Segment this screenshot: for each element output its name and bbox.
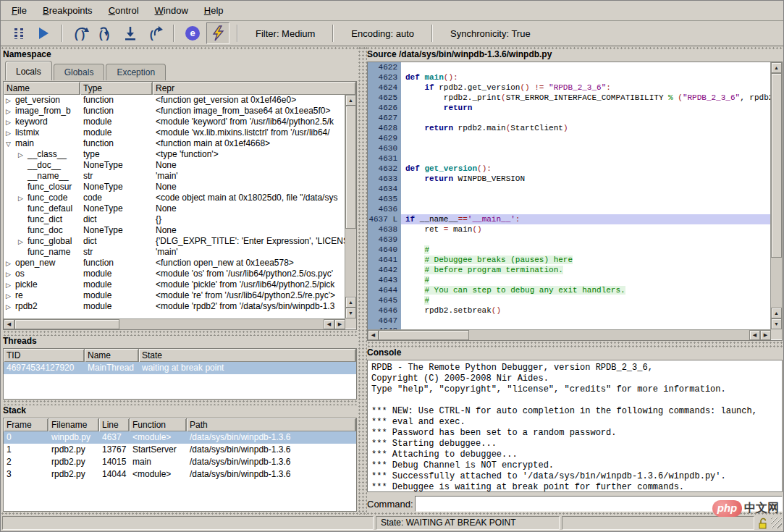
namespace-row[interactable]: ▷open_newfunction<function open_new at 0…	[4, 258, 345, 269]
line-number-gutter[interactable]: 4624	[368, 83, 401, 93]
column-header-name[interactable]: Name	[85, 349, 139, 362]
go-button[interactable]	[33, 23, 54, 43]
scrollbar-thumb[interactable]	[771, 73, 782, 258]
line-number-gutter[interactable]: 4625	[368, 93, 401, 103]
line-number-gutter[interactable]: 4629	[368, 133, 401, 143]
column-header-filename[interactable]: Filename	[49, 418, 99, 431]
line-number-gutter[interactable]: 4632	[368, 164, 401, 174]
namespace-vertical-scrollbar[interactable]: ▲ ▲ ▼	[345, 95, 356, 318]
step-button[interactable]: ()	[95, 23, 117, 43]
column-header-type[interactable]: Type	[80, 82, 153, 95]
namespace-row[interactable]: ▽mainfunction<function main at 0x1ef4668…	[4, 138, 345, 149]
line-number-gutter[interactable]: 4630	[368, 143, 401, 153]
break-button[interactable]	[8, 23, 30, 43]
menu-help[interactable]: Help	[196, 2, 232, 19]
namespace-row[interactable]: ▷func_codecode<code object main at 0x180…	[4, 193, 345, 203]
scrollbar-thumb[interactable]	[379, 330, 469, 340]
line-number-gutter[interactable]: 4638	[368, 224, 401, 235]
source-horizontal-scrollbar[interactable]: ◀ ◀ ▶	[368, 329, 771, 340]
expand-icon[interactable]: ▷	[6, 291, 15, 301]
scrollbar-thumb[interactable]	[345, 106, 356, 229]
scroll-left-arrow[interactable]: ◀	[4, 319, 14, 329]
scroll-up-arrow[interactable]: ▲	[345, 297, 356, 308]
line-number-gutter[interactable]: 4626	[368, 103, 401, 113]
scroll-right-arrow[interactable]: ▶	[334, 319, 345, 329]
scroll-up-arrow[interactable]: ▲	[771, 62, 782, 73]
stack-frame-row[interactable]: 2rpdb2.py14015main/data/sys/bin/winpdb-1…	[4, 456, 356, 468]
line-number-gutter[interactable]: 4640	[368, 245, 401, 255]
namespace-row[interactable]: ▷func_globaldict{'DLG_EXPR_TITLE': 'Ente…	[4, 236, 345, 247]
namespace-row[interactable]: ▷remodule<module 're' from '/usr/lib64/p…	[4, 290, 345, 301]
threads-table-body[interactable]: 46974534127920MainThreadwaiting at break…	[4, 362, 356, 399]
line-number-gutter[interactable]: 4639	[368, 235, 401, 245]
goto-button[interactable]	[119, 23, 141, 43]
namespace-row[interactable]: ▷osmodule<module 'os' from '/usr/lib64/p…	[4, 269, 345, 279]
expand-icon[interactable]: ▷	[6, 280, 15, 290]
line-number-gutter[interactable]: 4637 L	[368, 214, 401, 224]
column-header-name[interactable]: Name	[4, 82, 80, 95]
scroll-left-arrow[interactable]: ◀	[368, 330, 379, 340]
column-header-function[interactable]: Function	[130, 418, 187, 431]
expand-icon[interactable]: ▷	[6, 128, 15, 138]
menu-window[interactable]: Window	[147, 2, 196, 19]
expand-icon[interactable]: ▷	[18, 150, 28, 160]
source-code-area[interactable]: 46224623def main():4624 if rpdb2.get_ver…	[368, 62, 770, 329]
threads-stack-splitter[interactable]	[3, 400, 357, 405]
tab-locals[interactable]: Locals	[5, 61, 52, 80]
source-console-splitter[interactable]	[367, 341, 784, 347]
namespace-row[interactable]: ▷listmixmodule<module 'wx.lib.mixins.lis…	[4, 127, 345, 138]
column-header-frame[interactable]: Frame	[4, 418, 49, 431]
line-number-gutter[interactable]: 4644	[368, 285, 401, 295]
namespace-row[interactable]: ▷get_versionfunction<function get_versio…	[4, 95, 345, 106]
line-number-gutter[interactable]: 4628	[368, 123, 401, 133]
namespace-row[interactable]: ▷picklemodule<module 'pickle' from '/usr…	[4, 279, 345, 290]
namespace-horizontal-scrollbar[interactable]: ◀ ◀ ▶	[4, 318, 345, 329]
collapse-icon[interactable]: ▽	[6, 139, 15, 149]
column-header-tid[interactable]: TID	[4, 349, 85, 362]
expand-icon[interactable]: ▷	[6, 302, 15, 312]
expand-icon[interactable]: ▷	[6, 258, 15, 269]
next-button[interactable]: ()	[70, 23, 92, 43]
namespace-threads-splitter[interactable]	[3, 330, 357, 336]
line-number-gutter[interactable]: 4643	[368, 275, 401, 285]
resize-grip[interactable]	[771, 518, 782, 528]
line-number-gutter[interactable]: 4633	[368, 174, 401, 184]
scroll-down-arrow[interactable]: ▼	[345, 308, 356, 318]
expand-icon[interactable]: ▷	[6, 106, 15, 117]
stack-frame-row[interactable]: 3rpdb2.py14044<module>/data/sys/bin/winp…	[4, 468, 356, 481]
expand-icon[interactable]: ▷	[6, 117, 15, 127]
scroll-left-arrow[interactable]: ◀	[324, 319, 334, 329]
thread-row[interactable]: 46974534127920MainThreadwaiting at break…	[4, 362, 356, 374]
namespace-table-body[interactable]: ▷get_versionfunction<function get_versio…	[4, 95, 345, 318]
line-number-gutter[interactable]: 4636	[368, 204, 401, 214]
scrollbar-thumb[interactable]	[14, 319, 119, 329]
expand-icon[interactable]: ▷	[18, 193, 28, 203]
expand-icon[interactable]: ▷	[6, 96, 15, 106]
line-number-gutter[interactable]: 4631	[368, 153, 401, 164]
menu-control[interactable]: Control	[101, 2, 147, 19]
scroll-up-arrow[interactable]: ▲	[771, 308, 782, 318]
menu-breakpoints[interactable]: Breakpoints	[35, 2, 101, 19]
scroll-down-arrow[interactable]: ▼	[771, 318, 782, 329]
encrypted-channel-button[interactable]: e	[182, 23, 203, 43]
line-number-gutter[interactable]: 4627	[368, 113, 401, 123]
namespace-row[interactable]: func_namestr'main'	[4, 247, 345, 258]
column-header-line[interactable]: Line	[99, 418, 130, 431]
expand-icon[interactable]: ▷	[6, 269, 15, 279]
namespace-row[interactable]: ▷__class__type<type 'function'>	[4, 149, 345, 160]
column-header-repr[interactable]: Repr	[153, 82, 356, 95]
tab-globals[interactable]: Globals	[54, 64, 105, 80]
namespace-row[interactable]: ▷keywordmodule<module 'keyword' from '/u…	[4, 117, 345, 127]
menu-file[interactable]: File	[4, 2, 35, 19]
line-number-gutter[interactable]: 4622	[368, 62, 401, 72]
line-number-gutter[interactable]: 4634	[368, 184, 401, 194]
line-number-gutter[interactable]: 4623	[368, 72, 401, 83]
line-number-gutter[interactable]: 4641	[368, 255, 401, 265]
namespace-row[interactable]: func_closurNoneTypeNone	[4, 182, 345, 193]
tab-exception[interactable]: Exception	[106, 64, 166, 80]
namespace-row[interactable]: func_docNoneTypeNone	[4, 225, 345, 236]
stack-frame-row[interactable]: 1rpdb2.py13767StartServer/data/sys/bin/w…	[4, 444, 356, 456]
namespace-row[interactable]: func_dictdict{}	[4, 214, 345, 225]
line-number-gutter[interactable]: 4645	[368, 295, 401, 305]
source-vertical-scrollbar[interactable]: ▲ ▲ ▼	[770, 62, 782, 329]
